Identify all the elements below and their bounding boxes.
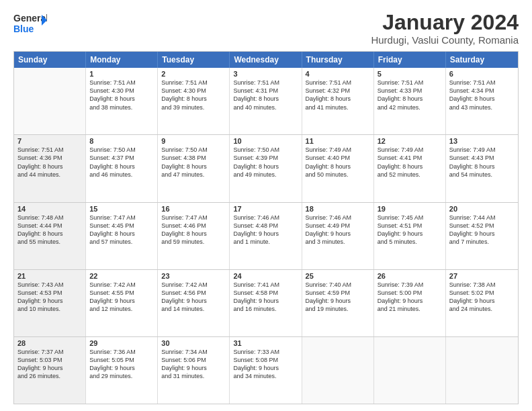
calendar-row: 7Sunrise: 7:51 AMSunset: 4:36 PMDaylight… xyxy=(14,134,518,201)
calendar-row: 21Sunrise: 7:43 AMSunset: 4:53 PMDayligh… xyxy=(14,269,518,336)
calendar-cell: 21Sunrise: 7:43 AMSunset: 4:53 PMDayligh… xyxy=(14,270,86,336)
calendar-header-row: SundayMondayTuesdayWednesdayThursdayFrid… xyxy=(14,52,518,68)
calendar-cell: 23Sunrise: 7:42 AMSunset: 4:56 PMDayligh… xyxy=(158,270,230,336)
day-number: 14 xyxy=(17,205,82,213)
calendar-cell: 30Sunrise: 7:34 AMSunset: 5:06 PMDayligh… xyxy=(158,337,230,404)
day-number: 29 xyxy=(89,339,154,347)
calendar-header-cell: Friday xyxy=(374,52,446,68)
day-number: 13 xyxy=(449,137,515,145)
calendar-cell: 13Sunrise: 7:49 AMSunset: 4:43 PMDayligh… xyxy=(446,135,518,201)
cell-content: Sunrise: 7:51 AMSunset: 4:30 PMDaylight:… xyxy=(161,79,226,111)
calendar-cell: 25Sunrise: 7:40 AMSunset: 4:59 PMDayligh… xyxy=(302,270,374,336)
cell-content: Sunrise: 7:46 AMSunset: 4:49 PMDaylight:… xyxy=(306,214,370,246)
calendar-row: 1Sunrise: 7:51 AMSunset: 4:30 PMDaylight… xyxy=(14,68,518,134)
calendar-header-cell: Thursday xyxy=(302,52,374,68)
cell-content: Sunrise: 7:46 AMSunset: 4:48 PMDaylight:… xyxy=(233,214,298,246)
day-number: 15 xyxy=(89,205,154,213)
calendar-body: 1Sunrise: 7:51 AMSunset: 4:30 PMDaylight… xyxy=(14,68,518,404)
calendar-cell: 26Sunrise: 7:39 AMSunset: 5:00 PMDayligh… xyxy=(374,270,446,336)
day-number: 4 xyxy=(306,70,370,78)
cell-content: Sunrise: 7:42 AMSunset: 4:56 PMDaylight:… xyxy=(161,281,226,314)
cell-content: Sunrise: 7:50 AMSunset: 4:39 PMDaylight:… xyxy=(233,146,298,179)
day-number: 17 xyxy=(233,205,298,213)
title-block: January 2024 Hurdugi, Vaslui County, Rom… xyxy=(371,11,519,46)
calendar-cell: 10Sunrise: 7:50 AMSunset: 4:39 PMDayligh… xyxy=(230,135,302,201)
day-number: 22 xyxy=(89,272,154,280)
cell-content: Sunrise: 7:37 AMSunset: 5:03 PMDaylight:… xyxy=(17,348,82,381)
calendar-cell: 6Sunrise: 7:51 AMSunset: 4:34 PMDaylight… xyxy=(446,68,518,134)
logo-svg: General Blue xyxy=(13,11,47,39)
cell-content: Sunrise: 7:51 AMSunset: 4:32 PMDaylight:… xyxy=(306,79,370,111)
calendar-cell: 29Sunrise: 7:36 AMSunset: 5:05 PMDayligh… xyxy=(86,337,158,404)
logo: General Blue xyxy=(13,11,47,39)
day-number: 25 xyxy=(306,272,370,280)
day-number: 16 xyxy=(161,205,226,213)
calendar-cell: 9Sunrise: 7:50 AMSunset: 4:38 PMDaylight… xyxy=(158,135,230,201)
calendar-cell: 3Sunrise: 7:51 AMSunset: 4:31 PMDaylight… xyxy=(230,68,302,134)
cell-content: Sunrise: 7:47 AMSunset: 4:45 PMDaylight:… xyxy=(89,214,154,246)
calendar-cell: 12Sunrise: 7:49 AMSunset: 4:41 PMDayligh… xyxy=(374,135,446,201)
day-number: 3 xyxy=(233,70,298,78)
calendar-cell: 5Sunrise: 7:51 AMSunset: 4:33 PMDaylight… xyxy=(374,68,446,134)
cell-content: Sunrise: 7:50 AMSunset: 4:38 PMDaylight:… xyxy=(161,146,226,179)
cell-content: Sunrise: 7:34 AMSunset: 5:06 PMDaylight:… xyxy=(161,348,226,381)
calendar-cell: 2Sunrise: 7:51 AMSunset: 4:30 PMDaylight… xyxy=(158,68,230,134)
day-number: 23 xyxy=(161,272,226,280)
calendar-cell: 24Sunrise: 7:41 AMSunset: 4:58 PMDayligh… xyxy=(230,270,302,336)
calendar-row: 28Sunrise: 7:37 AMSunset: 5:03 PMDayligh… xyxy=(14,336,518,404)
calendar-cell: 28Sunrise: 7:37 AMSunset: 5:03 PMDayligh… xyxy=(14,337,86,404)
day-number: 2 xyxy=(161,70,226,78)
calendar-cell xyxy=(14,68,86,134)
calendar-cell: 15Sunrise: 7:47 AMSunset: 4:45 PMDayligh… xyxy=(86,203,158,269)
cell-content: Sunrise: 7:42 AMSunset: 4:55 PMDaylight:… xyxy=(89,281,154,314)
calendar-cell: 11Sunrise: 7:49 AMSunset: 4:40 PMDayligh… xyxy=(302,135,374,201)
cell-content: Sunrise: 7:45 AMSunset: 4:51 PMDaylight:… xyxy=(378,214,442,246)
cell-content: Sunrise: 7:33 AMSunset: 5:08 PMDaylight:… xyxy=(233,348,298,381)
calendar-cell: 8Sunrise: 7:50 AMSunset: 4:37 PMDaylight… xyxy=(86,135,158,201)
cell-content: Sunrise: 7:39 AMSunset: 5:00 PMDaylight:… xyxy=(378,281,442,314)
calendar-cell: 20Sunrise: 7:44 AMSunset: 4:52 PMDayligh… xyxy=(446,203,518,269)
day-number: 21 xyxy=(17,272,82,280)
day-number: 24 xyxy=(233,272,298,280)
day-number: 12 xyxy=(378,137,442,145)
calendar-row: 14Sunrise: 7:48 AMSunset: 4:44 PMDayligh… xyxy=(14,202,518,269)
svg-text:Blue: Blue xyxy=(13,24,34,34)
day-number: 31 xyxy=(233,339,298,347)
subtitle: Hurdugi, Vaslui County, Romania xyxy=(371,34,519,46)
cell-content: Sunrise: 7:41 AMSunset: 4:58 PMDaylight:… xyxy=(233,281,298,314)
day-number: 27 xyxy=(449,272,515,280)
cell-content: Sunrise: 7:49 AMSunset: 4:43 PMDaylight:… xyxy=(449,146,515,179)
calendar-header-cell: Wednesday xyxy=(230,52,302,68)
cell-content: Sunrise: 7:49 AMSunset: 4:40 PMDaylight:… xyxy=(306,146,370,179)
calendar-cell: 16Sunrise: 7:47 AMSunset: 4:46 PMDayligh… xyxy=(158,203,230,269)
main-title: January 2024 xyxy=(371,11,519,34)
day-number: 28 xyxy=(17,339,82,347)
cell-content: Sunrise: 7:51 AMSunset: 4:34 PMDaylight:… xyxy=(449,79,515,111)
cell-content: Sunrise: 7:44 AMSunset: 4:52 PMDaylight:… xyxy=(449,214,515,246)
calendar: SundayMondayTuesdayWednesdayThursdayFrid… xyxy=(13,51,519,404)
calendar-header-cell: Tuesday xyxy=(158,52,230,68)
calendar-cell: 22Sunrise: 7:42 AMSunset: 4:55 PMDayligh… xyxy=(86,270,158,336)
calendar-cell xyxy=(446,337,518,404)
day-number: 7 xyxy=(17,137,82,145)
day-number: 26 xyxy=(378,272,442,280)
cell-content: Sunrise: 7:43 AMSunset: 4:53 PMDaylight:… xyxy=(17,281,82,314)
calendar-cell: 31Sunrise: 7:33 AMSunset: 5:08 PMDayligh… xyxy=(230,337,302,404)
day-number: 10 xyxy=(233,137,298,145)
day-number: 11 xyxy=(306,137,370,145)
calendar-cell: 7Sunrise: 7:51 AMSunset: 4:36 PMDaylight… xyxy=(14,135,86,201)
calendar-cell: 14Sunrise: 7:48 AMSunset: 4:44 PMDayligh… xyxy=(14,203,86,269)
cell-content: Sunrise: 7:38 AMSunset: 5:02 PMDaylight:… xyxy=(449,281,515,314)
page: General Blue January 2024 Hurdugi, Vaslu… xyxy=(0,0,532,411)
day-number: 6 xyxy=(449,70,515,78)
day-number: 5 xyxy=(378,70,442,78)
cell-content: Sunrise: 7:48 AMSunset: 4:44 PMDaylight:… xyxy=(17,214,82,246)
cell-content: Sunrise: 7:36 AMSunset: 5:05 PMDaylight:… xyxy=(89,348,154,381)
calendar-cell: 18Sunrise: 7:46 AMSunset: 4:49 PMDayligh… xyxy=(302,203,374,269)
cell-content: Sunrise: 7:51 AMSunset: 4:31 PMDaylight:… xyxy=(233,79,298,111)
header: General Blue January 2024 Hurdugi, Vaslu… xyxy=(13,11,519,46)
cell-content: Sunrise: 7:50 AMSunset: 4:37 PMDaylight:… xyxy=(89,146,154,179)
day-number: 20 xyxy=(449,205,515,213)
day-number: 1 xyxy=(89,70,154,78)
calendar-header-cell: Sunday xyxy=(14,52,86,68)
